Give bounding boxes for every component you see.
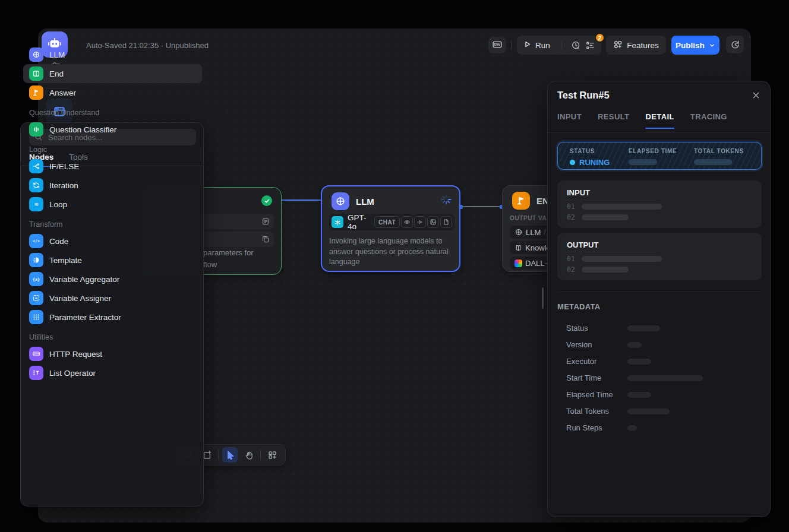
version-history-button[interactable] [726, 36, 744, 53]
run-tab-input[interactable]: INPUT [557, 112, 582, 129]
node-type-label: LLM [49, 50, 65, 59]
end-flag-icon [512, 192, 530, 210]
publish-button-label: Publish [676, 41, 705, 50]
node-type-item-if-else[interactable]: IF/ELSE [23, 157, 202, 176]
metadata-label: Status [566, 324, 588, 332]
node-type-item-code[interactable]: </>Code [23, 232, 202, 251]
node-type-item-list-operator[interactable]: List Operator [23, 363, 202, 382]
model-selector[interactable]: GPT-4o CHAT [329, 214, 455, 230]
features-button[interactable]: Features [606, 36, 666, 55]
features-icon [613, 40, 623, 51]
env-variables-button[interactable]: ENV [488, 37, 506, 53]
tabs-divider [548, 132, 770, 133]
metadata-label: Run Steps [566, 423, 602, 432]
node-type-item-question-classifier[interactable]: Question Classifier [23, 120, 202, 139]
line-number: 01 [567, 255, 575, 263]
env-icon: ENV [492, 39, 503, 52]
notification-badge: 2 [595, 33, 605, 43]
run-tab-detail[interactable]: DETAIL [645, 112, 674, 129]
model-capability-badges: CHAT [374, 216, 452, 228]
node-type-label: End [49, 69, 64, 78]
line-number: 01 [567, 202, 575, 211]
metadata-value-skeleton [627, 342, 642, 348]
node-type-item-template[interactable]: Template [23, 251, 202, 270]
llm-node[interactable]: LLM GPT-4o CHAT Invoking large language … [321, 185, 460, 272]
node-type-item-loop[interactable]: ∞Loop [23, 195, 202, 214]
node-type-label: List Operator [49, 369, 96, 378]
pointer-mode-icon[interactable] [222, 447, 238, 463]
iteration-icon [29, 178, 43, 192]
skeleton-row: 02 [567, 265, 629, 274]
vision-badge-icon [401, 216, 413, 228]
output-variable-name: LLM [526, 228, 541, 237]
metadata-value-skeleton [627, 425, 637, 431]
test-run-panel: Test Run#5 INPUTRESULTDETAILTRACING STAT… [547, 81, 771, 517]
node-type-item-end[interactable]: End [23, 64, 202, 83]
image-badge-icon [427, 216, 439, 228]
hand-mode-icon[interactable] [241, 447, 257, 463]
metadata-label: Elapsed Time [566, 390, 613, 399]
status-value: RUNING [570, 158, 610, 167]
node-type-item-answer[interactable]: Answer [23, 83, 202, 102]
node-type-item-iteration[interactable]: Iteration [23, 176, 202, 195]
elapsed-time-skeleton [629, 159, 657, 165]
node-type-label: HTTP Request [49, 350, 102, 359]
separator: / [544, 228, 545, 236]
skeleton-row: 01 [567, 255, 662, 263]
template-icon [29, 253, 43, 267]
run-button-group: Run [517, 36, 601, 55]
organize-nodes-icon[interactable] [264, 447, 280, 463]
value-skeleton [582, 214, 629, 220]
node-type-item-variable-aggregator[interactable]: {x}Variable Aggregator [23, 270, 202, 289]
status-label: STATUS [570, 148, 610, 154]
panel-resize-handle[interactable] [542, 287, 544, 309]
metadata-label: Version [566, 340, 592, 349]
node-group-title: Logic [29, 145, 47, 154]
svg-text:=: = [35, 296, 37, 300]
output-card: OUTPUT 0102 [557, 233, 762, 280]
knowledge-icon [515, 244, 522, 252]
llm-node-title: LLM [356, 197, 374, 207]
node-type-label: Answer [49, 88, 76, 97]
variable-assigner-icon: = [29, 291, 43, 305]
run-panel-title: Test Run#5 [557, 90, 610, 101]
node-type-item-llm[interactable]: LLM [23, 45, 202, 64]
running-dot-icon [570, 160, 575, 165]
metadata-value-skeleton [627, 359, 651, 365]
input-card: INPUT 0102 [557, 180, 762, 228]
elapsed-time-label: ELAPSED TIME [629, 148, 677, 154]
start-node-description: parameters for flow [203, 247, 254, 271]
answer-icon [29, 86, 43, 100]
http-request-icon: HTTP [29, 347, 43, 361]
line-number: 02 [567, 265, 575, 274]
node-picker-panel: NodesTools LLMEndAnswerQuestion Understa… [20, 122, 204, 506]
publish-button[interactable]: Publish [671, 36, 719, 55]
node-type-item-parameter-extractor[interactable]: Parameter Extractor [23, 308, 202, 327]
toolbar-divider [260, 450, 261, 460]
svg-text:HTTP: HTTP [33, 353, 40, 356]
dalle-icon [515, 259, 522, 267]
parameter-extractor-icon [29, 310, 43, 324]
restore-history-icon [730, 40, 740, 50]
node-group-title: Utilities [29, 333, 53, 341]
node-type-item-variable-assigner[interactable]: =Variable Assigner [23, 289, 202, 308]
document-badge-icon [440, 216, 452, 228]
chat-mode-badge: CHAT [374, 216, 400, 228]
node-type-label: Iteration [49, 181, 78, 190]
list-operator-icon [29, 366, 43, 380]
skeleton-row: 01 [567, 202, 662, 211]
run-history-icon[interactable] [570, 37, 580, 53]
metadata-value-skeleton [627, 408, 670, 414]
output-card-title: OUTPUT [567, 240, 598, 249]
run-tab-result[interactable]: RESULT [598, 112, 629, 129]
value-skeleton [582, 204, 662, 210]
variable-aggregator-icon: {x} [29, 272, 43, 286]
run-button[interactable]: Run [523, 40, 550, 50]
node-type-item-http-request[interactable]: HTTPHTTP Request [23, 344, 202, 363]
svg-text:{x}: {x} [33, 277, 40, 282]
run-tab-tracing[interactable]: TRACING [690, 112, 727, 129]
run-panel-tabs: INPUTRESULTDETAILTRACING [557, 112, 727, 129]
checklist-icon[interactable] [585, 37, 595, 53]
close-icon[interactable] [752, 91, 760, 102]
node-type-label: Variable Aggregator [49, 275, 119, 284]
